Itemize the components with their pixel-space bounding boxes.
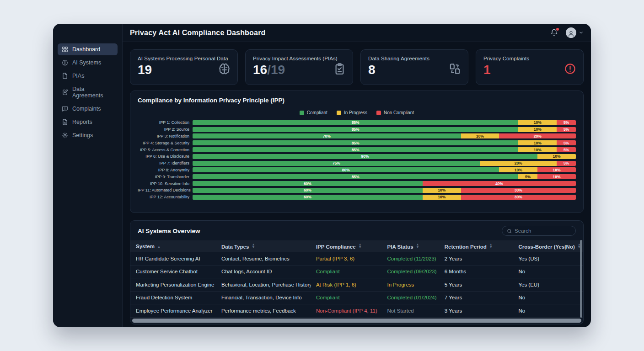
ai-systems-table-card: AI Systems Overview System▲Data Types▲▼I… xyxy=(130,220,584,324)
bar-segment-non-compliant: 30% xyxy=(461,188,576,193)
cell-data-types: Behavioral, Social media xyxy=(216,317,311,318)
stacked-bar: 90%10% xyxy=(193,154,576,159)
bar-segment-compliant: 85% xyxy=(193,147,518,152)
bar-segment-non-compliant: 5% xyxy=(557,120,576,125)
column-header-ipp-compliance[interactable]: IPP Compliance▲▼ xyxy=(311,240,382,252)
cell-retention-period: 3 Years xyxy=(439,304,513,318)
column-header-pia-status[interactable]: PIA Status▲▼ xyxy=(382,240,439,252)
chart-row: IPP 2: Source85%10%5% xyxy=(138,126,576,133)
sidebar-item-pias[interactable]: PIAs xyxy=(58,70,118,82)
stacked-bar: 85%10%5% xyxy=(193,127,576,132)
stacked-bar: 60%40% xyxy=(193,181,576,186)
cell-pia-status: In Progress xyxy=(382,278,439,292)
search-input[interactable] xyxy=(515,228,571,234)
bar-segment-in-progress: 10% xyxy=(518,147,557,152)
cell-cross-border: Yes (US) xyxy=(513,252,583,266)
bar-segment-compliant: 75% xyxy=(193,161,480,166)
chart-row: IPP 1: Collection85%10%5% xyxy=(138,119,576,126)
sidebar-item-label: AI Systems xyxy=(72,59,101,66)
bar-segment-compliant: 85% xyxy=(193,120,518,125)
legend-swatch xyxy=(300,111,304,115)
chart-title: Compliance by Information Privacy Princi… xyxy=(138,97,576,104)
table-row: Fraud Detection SystemFinancial, Transac… xyxy=(130,291,583,304)
column-header-retention-period[interactable]: Retention Period▲▼ xyxy=(439,240,513,252)
bar-segment-in-progress: 10% xyxy=(499,167,537,172)
sidebar-item-ai-systems[interactable]: AI Systems xyxy=(58,57,118,69)
cell-retention-period: 4 Years xyxy=(439,317,513,318)
sidebar-item-label: PIAs xyxy=(72,73,84,79)
cell-cross-border: No xyxy=(513,265,583,278)
ai-systems-table: System▲Data Types▲▼IPP Compliance▲▼PIA S… xyxy=(130,240,583,252)
chevron-down-icon[interactable] xyxy=(579,30,584,35)
sidebar-item-data-agreements[interactable]: Data Agreements xyxy=(58,83,118,101)
bar-segment-compliant: 85% xyxy=(193,127,518,132)
chart-category-label: IPP 10: Sensitive Info xyxy=(138,181,193,186)
sidebar-item-label: Reports xyxy=(72,119,92,125)
sidebar-item-label: Complaints xyxy=(72,106,101,112)
user-icon xyxy=(568,30,574,37)
chart-row: IPP 3: Notification70%10%20% xyxy=(138,133,576,140)
stat-label: Privacy Impact Assessments (PIAs) xyxy=(253,56,345,61)
notifications-button[interactable] xyxy=(550,29,558,37)
table-title: AI Systems Overview xyxy=(138,228,200,234)
stacked-bar: 60%10%30% xyxy=(193,195,576,200)
chart-row: IPP 5: Access & Correction85%10%5% xyxy=(138,146,576,153)
chart-legend: CompliantIn ProgressNon Compliant xyxy=(138,110,576,115)
cell-system: Customer Service Chatbot xyxy=(130,265,216,278)
brain-icon xyxy=(62,59,68,66)
notification-badge xyxy=(556,28,559,31)
column-label: Data Types xyxy=(221,244,249,250)
stacked-bar: 60%10%30% xyxy=(193,188,576,193)
dashboard-content: AI Systems Processing Personal Data19Pri… xyxy=(123,42,591,327)
chart-row: IPP 7: Identifiers75%20%5% xyxy=(138,160,576,167)
cell-retention-period: 7 Years xyxy=(439,291,513,304)
cell-retention-period: 5 Years xyxy=(439,278,513,292)
stat-cards: AI Systems Processing Personal Data19Pri… xyxy=(130,49,584,85)
cell-cross-border: Yes (EU) xyxy=(513,278,583,292)
bar-segment-in-progress: 20% xyxy=(480,161,557,166)
bar-segment-in-progress: 10% xyxy=(423,188,461,193)
clipboard-check-icon xyxy=(333,63,346,77)
sidebar-item-reports[interactable]: Reports xyxy=(58,116,118,128)
chart-category-label: IPP 6: Use & Disclosure xyxy=(138,154,193,159)
bar-segment-non-compliant: 5% xyxy=(557,147,576,152)
chart-category-label: IPP 7: Identifiers xyxy=(138,161,193,165)
cell-pia-status: Completed (01/2024) xyxy=(382,291,439,304)
legend-label: Compliant xyxy=(307,110,327,115)
chart-row: IPP 12: Accountability60%10%30% xyxy=(138,194,576,201)
column-header-cross-border-yes-no[interactable]: Cross-Border (Yes|No)▲▼ xyxy=(513,240,583,252)
sidebar-item-settings[interactable]: Settings xyxy=(58,129,118,141)
bar-segment-non-compliant: 5% xyxy=(557,161,576,166)
cell-data-types: Performance metrics, Feedback xyxy=(216,304,311,318)
bar-segment-compliant: 85% xyxy=(193,174,518,179)
cell-system: Marketing Personalization Engine xyxy=(130,278,216,292)
column-header-system[interactable]: System▲ xyxy=(130,240,216,252)
stat-card-ai-systems-processing-personal-data: AI Systems Processing Personal Data19 xyxy=(130,49,238,85)
stat-value: 16/19 xyxy=(253,64,345,76)
chart-category-label: IPP 2: Source xyxy=(138,127,193,132)
table-horizontal-scrollbar[interactable] xyxy=(132,319,581,323)
sidebar-item-label: Settings xyxy=(72,132,93,138)
main-area: Privacy Act AI Compliance Dashboard AI S… xyxy=(123,24,591,327)
sidebar-item-label: Dashboard xyxy=(72,46,100,53)
cell-ipp-compliance: At Risk (IPP 1, 6) xyxy=(311,278,382,292)
bar-segment-non-compliant: 5% xyxy=(557,140,576,145)
cell-ipp-compliance: Partial (IPP 3, 6) xyxy=(311,252,382,266)
chart-row: IPP 8: Anonymity80%10%10% xyxy=(138,167,576,174)
bar-segment-non-compliant: 10% xyxy=(537,174,576,179)
avatar[interactable] xyxy=(566,27,576,38)
table-vertical-scrollbar[interactable] xyxy=(580,240,582,318)
bar-segment-in-progress: 5% xyxy=(518,174,537,179)
stat-card-privacy-complaints: Privacy Complaints1 xyxy=(476,49,584,85)
sort-ascending-icon: ▲ xyxy=(157,245,161,248)
cell-data-types: Chat logs, Account ID xyxy=(216,265,311,278)
stacked-bar: 70%10%20% xyxy=(193,133,576,138)
sidebar-item-dashboard[interactable]: Dashboard xyxy=(58,43,118,55)
cell-pia-status: Not Started xyxy=(382,304,439,318)
legend-item-compliant: Compliant xyxy=(300,110,327,115)
sidebar-item-complaints[interactable]: Complaints xyxy=(58,103,118,115)
column-header-data-types[interactable]: Data Types▲▼ xyxy=(216,240,311,252)
document-icon xyxy=(62,73,68,79)
column-label: PIA Status xyxy=(387,244,413,250)
stacked-bar: 75%20%5% xyxy=(193,161,576,166)
